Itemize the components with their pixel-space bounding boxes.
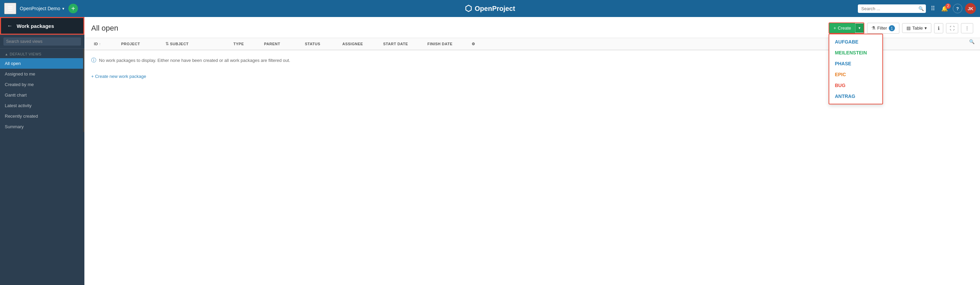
settings-icon: ⚙	[472, 42, 476, 46]
column-parent[interactable]: PARENT	[261, 38, 302, 49]
notifications-button[interactable]: 🔔 2	[939, 4, 950, 13]
info-icon: ℹ	[938, 25, 940, 31]
main-layout: ← Work packages 🔍 ▲ DEFAULT VIEWS All op…	[0, 17, 980, 285]
create-label: Create	[838, 25, 851, 31]
dropdown-item-phase[interactable]: PHASE	[829, 58, 882, 69]
dropdown-item-aufgabe[interactable]: AUFGABE	[829, 36, 882, 47]
sidebar: ← Work packages 🔍 ▲ DEFAULT VIEWS All op…	[0, 17, 84, 285]
sidebar-search-area: 🔍	[0, 35, 84, 49]
dropdown-item-epic[interactable]: EPIC	[829, 69, 882, 80]
sidebar-item-summary[interactable]: Summary	[0, 122, 84, 132]
filter-funnel-icon: ⚗	[872, 25, 875, 31]
more-options-button[interactable]: ⋮	[961, 23, 973, 33]
content-header: All open + Create ▾ AUFGABE MEILENSTEIN	[84, 17, 980, 38]
hamburger-button[interactable]: ☰	[4, 3, 16, 14]
user-avatar[interactable]: JK	[965, 3, 976, 14]
dropdown-item-antrag[interactable]: ANTRAG	[829, 91, 882, 102]
dropdown-item-meilenstein[interactable]: MEILENSTEIN	[829, 47, 882, 58]
nav-right-actions: 🔍 ⠿ 🔔 2 ? JK	[858, 3, 976, 14]
filter-button[interactable]: ⚗ Filter 1	[867, 23, 899, 34]
table-chevron-icon: ▾	[924, 25, 927, 31]
create-chevron-icon: ▾	[859, 26, 861, 30]
sidebar-search-icon: 🔍	[969, 39, 975, 44]
create-dropdown-menu: AUFGABE MEILENSTEIN PHASE EPIC BUG ANTRA…	[829, 34, 883, 104]
content-actions: + Create ▾ AUFGABE MEILENSTEIN PHASE EPI…	[829, 22, 973, 34]
create-button[interactable]: + Create	[829, 23, 855, 33]
new-project-button[interactable]: +	[68, 4, 78, 13]
logo-icon: ⬡	[465, 4, 472, 13]
app-logo: ⬡ OpenProject	[465, 4, 515, 13]
column-settings[interactable]: ⚙	[469, 38, 482, 50]
info-button[interactable]: ℹ	[934, 23, 943, 33]
notification-badge: 2	[945, 3, 951, 9]
info-circle-icon: ⓘ	[91, 57, 96, 63]
column-id[interactable]: ID ↑	[91, 38, 118, 49]
top-navigation: ☰ OpenProject Demo ▼ + ⬡ OpenProject 🔍 ⠿…	[0, 0, 980, 17]
create-plus-icon: +	[833, 25, 836, 31]
create-dropdown-button[interactable]: ▾	[855, 24, 864, 33]
sidebar-title: Work packages	[17, 23, 54, 29]
column-start-date[interactable]: START DATE	[380, 38, 425, 49]
fullscreen-button[interactable]: ⛶	[946, 23, 958, 33]
sidebar-header: ← Work packages	[0, 17, 84, 35]
project-name[interactable]: OpenProject Demo ▼	[20, 6, 65, 11]
column-subject[interactable]: ⇅ SUBJECT	[163, 38, 231, 50]
column-finish-date[interactable]: FINISH DATE	[425, 38, 469, 49]
sidebar-item-gantt-chart[interactable]: Gantt chart	[0, 90, 84, 100]
page-title: All open	[91, 24, 118, 33]
more-icon: ⋮	[965, 25, 969, 31]
create-button-group: + Create ▾	[829, 22, 864, 34]
filter-count-badge: 1	[889, 25, 895, 31]
sidebar-resize-handle[interactable]	[83, 49, 84, 132]
modules-button[interactable]: ⠿	[929, 3, 937, 14]
column-assignee[interactable]: ASSIGNEE	[340, 38, 380, 49]
main-content: All open + Create ▾ AUFGABE MEILENSTEIN	[84, 17, 980, 285]
table-view-button[interactable]: ▤ Table ▾	[902, 23, 931, 33]
sidebar-back-button[interactable]: ←	[6, 22, 14, 30]
sidebar-item-recently-created[interactable]: Recently created	[0, 111, 84, 122]
subject-sort-icon: ⇅	[165, 41, 169, 46]
dropdown-item-bug[interactable]: BUG	[829, 80, 882, 91]
help-button[interactable]: ?	[953, 4, 962, 13]
column-type[interactable]: TYPE	[231, 38, 261, 49]
table-label: Table	[912, 25, 923, 31]
sidebar-section-label: ▲ DEFAULT VIEWS	[0, 49, 84, 58]
column-project[interactable]: PROJECT	[118, 38, 163, 49]
sort-icon: ↑	[99, 42, 101, 46]
sidebar-item-all-open[interactable]: All open	[0, 58, 84, 69]
sidebar-search-input[interactable]	[3, 37, 81, 46]
sidebar-item-created-by-me[interactable]: Created by me	[0, 79, 84, 90]
fullscreen-icon: ⛶	[950, 25, 955, 31]
search-input[interactable]	[861, 6, 918, 11]
table-icon: ▤	[907, 25, 911, 31]
global-search[interactable]: 🔍	[858, 5, 926, 13]
search-icon: 🔍	[918, 6, 924, 11]
column-status[interactable]: STATUS	[302, 38, 340, 49]
sidebar-item-latest-activity[interactable]: Latest activity	[0, 100, 84, 111]
filter-label: Filter	[877, 25, 887, 31]
sidebar-item-assigned-to-me[interactable]: Assigned to me	[0, 69, 84, 79]
